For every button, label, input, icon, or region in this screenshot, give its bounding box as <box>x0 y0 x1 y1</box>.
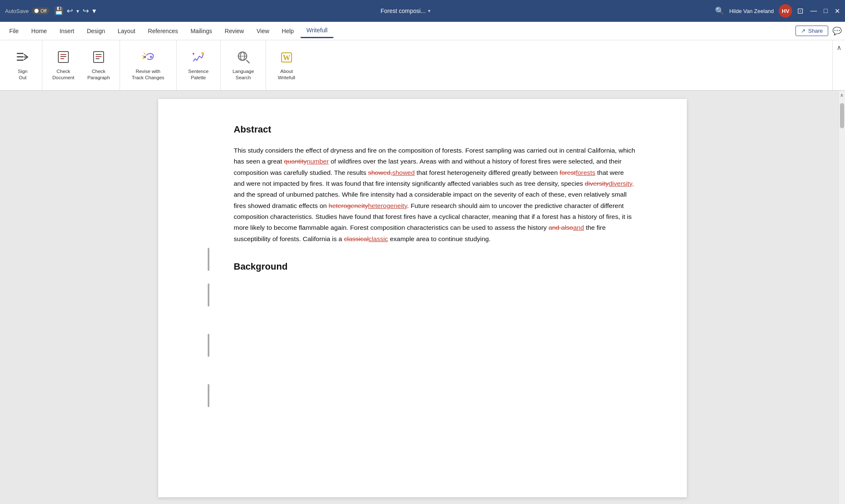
sentence-palette-button[interactable]: SentencePalette <box>183 46 214 84</box>
title-bar-left: AutoSave Off 💾 ↩ ▾ ↪ ▾ <box>5 6 96 16</box>
layout-icon[interactable]: ⊡ <box>797 6 803 16</box>
tracked-ins-number: number <box>307 158 329 165</box>
menu-file[interactable]: File <box>3 24 25 38</box>
check-paragraph-icon <box>91 49 106 67</box>
tracked-ins-showed: showed <box>392 169 415 176</box>
language-search-button[interactable]: LanguageSearch <box>227 46 259 84</box>
share-button[interactable]: ↗ Share <box>795 26 828 36</box>
sentence-palette-label: SentencePalette <box>188 68 209 81</box>
svg-line-19 <box>247 60 249 63</box>
menu-bar: File Home Insert Design Layout Reference… <box>0 22 845 40</box>
ribbon-group-language: LanguageSearch <box>221 40 266 90</box>
check-paragraph-button[interactable]: CheckParagraph <box>82 46 115 84</box>
sentence-palette-icon <box>191 49 206 67</box>
title-bar-center: Forest composi... ▾ <box>99 8 712 14</box>
title-bar-right: 🔍 Hilde Van Zeeland HV ⊡ — □ ✕ <box>715 4 840 18</box>
ribbon: SignOut CheckDocument <box>0 40 845 91</box>
tracked-del-forest: forest <box>560 169 576 176</box>
user-name: Hilde Van Zeeland <box>729 8 774 14</box>
menu-review[interactable]: Review <box>219 24 250 38</box>
svg-point-15 <box>193 53 194 55</box>
ribbon-group-signout: SignOut <box>3 40 42 90</box>
autosave-toggle[interactable]: Off <box>32 8 49 14</box>
ribbon-group-about: W AboutWritefull <box>266 40 307 90</box>
collapse-arrow-icon: ∧ <box>837 44 842 52</box>
svg-rect-1 <box>17 56 23 57</box>
autosave-label: AutoSave <box>5 8 29 14</box>
sign-out-icon <box>15 49 30 67</box>
margin-mark-2 <box>208 283 209 307</box>
check-document-label: CheckDocument <box>52 68 74 81</box>
abstract-heading: Abstract <box>234 124 636 135</box>
undo-icon[interactable]: ↩ <box>67 6 73 16</box>
revise-track-changes-label: Revise withTrack Changes <box>132 68 164 81</box>
svg-rect-2 <box>17 60 23 61</box>
margin-mark-3 <box>208 334 209 357</box>
user-avatar: HV <box>779 4 792 18</box>
tracked-ins-classic: classic <box>368 235 388 242</box>
about-writefull-button[interactable]: W AboutWritefull <box>273 46 300 84</box>
ribbon-group-check: CheckDocument CheckParagraph <box>42 40 120 90</box>
title-search-icon[interactable]: 🔍 <box>715 6 724 16</box>
menu-home[interactable]: Home <box>26 24 53 38</box>
document-page: Abstract This study considers the effect… <box>158 99 687 497</box>
margin-mark-4 <box>208 384 209 407</box>
quick-access-more[interactable]: ▾ <box>92 6 96 16</box>
menu-view[interactable]: View <box>250 24 275 38</box>
language-search-label: LanguageSearch <box>232 68 254 81</box>
close-icon[interactable]: ✕ <box>835 7 840 15</box>
ribbon-collapse-button[interactable]: ∧ <box>832 40 845 90</box>
menu-layout[interactable]: Layout <box>112 24 141 38</box>
check-paragraph-label: CheckParagraph <box>87 68 110 81</box>
scroll-up-arrow[interactable]: ∧ <box>838 91 845 100</box>
revise-track-changes-button[interactable]: ✦ Revise withTrack Changes <box>127 46 170 84</box>
check-document-button[interactable]: CheckDocument <box>47 46 80 84</box>
undo-caret[interactable]: ▾ <box>76 8 79 14</box>
svg-text:✦: ✦ <box>149 55 153 60</box>
menu-references[interactable]: References <box>142 24 184 38</box>
menu-design[interactable]: Design <box>81 24 111 38</box>
comment-icon[interactable]: 💬 <box>832 26 842 36</box>
abstract-paragraph: This study considers the effect of dryne… <box>234 145 636 244</box>
tracked-ins-forests: forests <box>576 169 595 176</box>
toggle-dot <box>34 9 39 13</box>
check-document-icon <box>56 49 71 67</box>
about-writefull-label: AboutWritefull <box>278 68 295 81</box>
title-dropdown-caret[interactable]: ▾ <box>428 8 430 14</box>
background-heading: Background <box>234 261 636 272</box>
scroll-thumb[interactable] <box>840 103 844 128</box>
redo-icon[interactable]: ↪ <box>83 6 89 16</box>
tracked-del-diversity: diversity <box>585 180 609 187</box>
menu-mailings[interactable]: Mailings <box>185 24 218 38</box>
svg-text:W: W <box>283 54 290 62</box>
menu-writefull[interactable]: Writefull <box>300 23 333 38</box>
svg-point-14 <box>201 52 204 55</box>
maximize-icon[interactable]: □ <box>824 7 828 15</box>
svg-rect-0 <box>17 53 23 54</box>
ribbon-group-revise: ✦ Revise withTrack Changes <box>120 40 177 90</box>
tracked-del-showed: showed, <box>368 169 392 176</box>
tracked-ins-and: and <box>573 224 584 231</box>
save-icon[interactable]: 💾 <box>54 6 63 16</box>
scrollbar[interactable]: ∧ <box>838 91 845 504</box>
document-title: Forest composi... <box>381 8 425 14</box>
document-area: Abstract This study considers the effect… <box>0 91 845 504</box>
sign-out-label: SignOut <box>18 68 27 81</box>
sign-out-button[interactable]: SignOut <box>10 46 35 84</box>
tracked-ins-diversity: diversity, <box>609 180 634 187</box>
share-icon: ↗ <box>801 28 806 34</box>
menu-insert[interactable]: Insert <box>54 24 80 38</box>
language-search-icon <box>236 49 251 67</box>
ribbon-group-sentence: SentencePalette <box>177 40 221 90</box>
about-writefull-icon: W <box>279 49 294 67</box>
menu-help[interactable]: Help <box>276 24 300 38</box>
revise-track-changes-icon: ✦ <box>141 49 156 67</box>
title-bar: AutoSave Off 💾 ↩ ▾ ↪ ▾ Forest composi...… <box>0 0 845 22</box>
title-bar-icons: 💾 ↩ ▾ ↪ ▾ <box>54 6 96 16</box>
tracked-del-classical: classical <box>344 235 369 242</box>
minimize-icon[interactable]: — <box>810 7 817 15</box>
margin-mark-1 <box>208 248 209 271</box>
tracked-ins-heterogeneity: heterogeneity <box>368 202 407 209</box>
tracked-del-andalso: and also <box>548 224 573 231</box>
tracked-del-heterogeneity: heterogeneity <box>329 202 368 209</box>
